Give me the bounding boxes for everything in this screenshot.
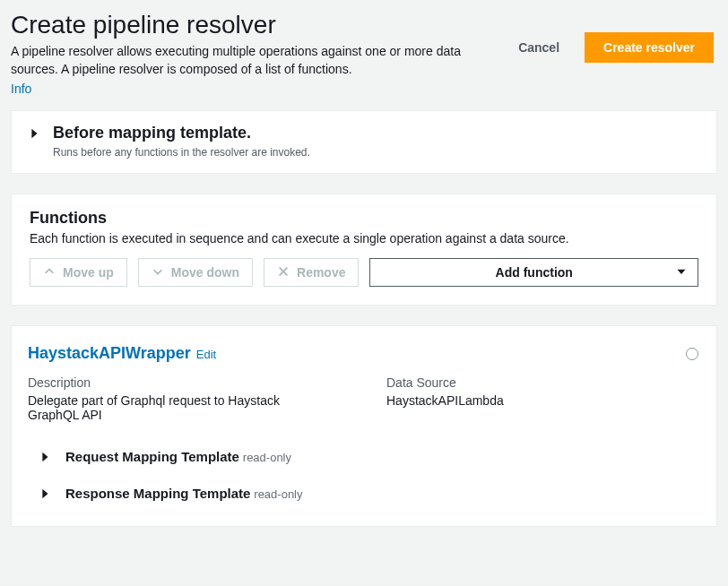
cancel-button[interactable]: Cancel [500,33,577,62]
chevron-down-icon [152,265,164,280]
page-title: Create pipeline resolver [11,11,468,39]
before-mapping-subtitle: Runs before any functions in the resolve… [53,146,310,159]
functions-description: Each function is executed in sequence an… [30,231,698,246]
caret-right-icon [39,487,51,503]
description-value: Delegate part of Graphql request to Hays… [28,393,333,422]
function-edit-link[interactable]: Edit [196,348,216,361]
move-down-button[interactable]: Move down [138,258,253,287]
caret-right-icon [28,127,40,142]
info-link[interactable]: Info [11,82,31,96]
create-resolver-button[interactable]: Create resolver [585,32,714,63]
description-label: Description [28,375,333,390]
read-only-badge: read-only [243,451,291,464]
close-icon [277,265,290,280]
remove-button[interactable]: Remove [264,258,359,287]
before-mapping-expander[interactable]: Before mapping template. Runs before any… [12,111,716,173]
datasource-value: HaystackAPILambda [386,393,504,408]
request-mapping-expander[interactable]: Request Mapping Template read-only [28,447,700,466]
functions-title: Functions [30,209,698,228]
response-mapping-expander[interactable]: Response Mapping Template read-only [28,484,700,503]
before-mapping-title: Before mapping template. [53,124,310,142]
datasource-label: Data Source [386,375,504,390]
caret-down-icon [676,265,687,280]
function-name-link[interactable]: HaystackAPIWrapper [28,344,191,363]
response-mapping-title: Response Mapping Template [65,486,250,501]
page-description: A pipeline resolver allows executing mul… [11,43,468,78]
move-up-button[interactable]: Move up [30,258,127,287]
add-function-dropdown[interactable]: Add function [369,258,698,287]
chevron-up-icon [43,265,56,280]
request-mapping-title: Request Mapping Template [65,449,239,464]
read-only-badge: read-only [254,487,302,501]
caret-right-icon [39,451,51,466]
